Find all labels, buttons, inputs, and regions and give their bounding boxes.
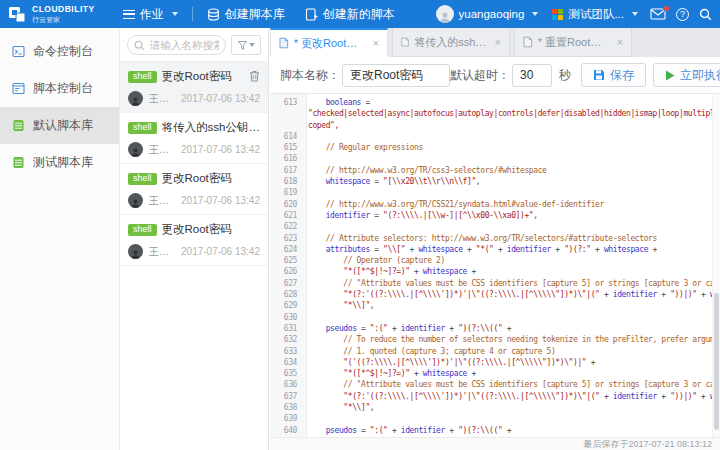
editor-statusbar: 最后保存于2017-07-21 08:13:12 [270,437,720,450]
file-icon [523,36,533,48]
scrollbar-thumb[interactable] [714,293,719,430]
code-line: 617 // http://www.w3.org/TR/css3-selecto… [270,165,712,176]
code-line: coped", [270,120,712,131]
create-script-library-button[interactable]: 创建脚本库 [197,0,295,28]
code-line: 613 booleans = [270,97,712,108]
script-card[interactable]: shell 更改Root密码 王小暖 2017-07-06 13:42 [120,164,268,215]
nav-menu-jobs[interactable]: 作业 [113,0,188,28]
sidebar-item-test-library[interactable]: 测试脚本库 [0,144,119,181]
close-icon[interactable]: × [617,37,623,48]
script-type-badge: shell [128,122,157,134]
chevron-down-icon [249,43,255,47]
script-card[interactable]: shell 更改Root密码 王小暖在... 2017-07-06 13:42 [120,215,268,266]
nav-menu-jobs-label: 作业 [140,6,164,23]
line-number: 632 [270,334,301,345]
menu-icon [123,10,135,19]
create-new-script-label: 创建新的脚本 [323,6,395,23]
script-title: 将传入的ssh公钥部署从指... [162,120,260,135]
team-menu[interactable]: 测试团队... [550,0,640,28]
sidebar-item-command-console[interactable]: 命令控制台 [0,33,119,70]
console-icon [12,82,25,95]
line-number: 619 [270,187,301,198]
script-name-input[interactable] [342,64,450,87]
line-number: 629 [270,300,301,311]
editor-rows: 613 booleans ="checked|selected|async|au… [270,97,712,436]
line-number: 620 [270,199,301,210]
line-number: 635 [270,368,301,379]
team-name-label: 测试团队... [568,7,624,22]
editor-tabstrip: * 更改Root密码 × 将传入的ssh公钥.. × * 重置Root密码 × [270,28,720,57]
line-number: 626 [270,266,301,277]
sidebar-item-default-library[interactable]: 默认脚本库 [0,107,119,144]
close-icon[interactable]: × [495,37,501,48]
sidebar-item-script-console[interactable]: 脚本控制台 [0,70,119,107]
script-author: 王小暖在... [149,245,175,259]
user-menu[interactable]: yuangaoqing [434,0,541,28]
tab-label: * 重置Root密码 [538,35,610,50]
database-icon [207,8,220,21]
tab-script-2[interactable]: 将传入的ssh公钥.. × [392,28,510,57]
script-type-badge: shell [128,224,157,236]
editor-scrollbar[interactable] [712,94,720,437]
close-icon[interactable]: × [373,38,379,49]
file-icon [279,37,289,49]
avatar [128,142,143,157]
line-number: 623 [270,233,301,244]
script-card[interactable]: shell 更改Root密码 王小暖 2017-07-06 13:42 [120,62,268,113]
tab-script-1[interactable]: * 更改Root密码 × [270,28,388,57]
line-number: 640 [270,425,301,436]
save-button[interactable]: 保存 [581,63,646,87]
code-line: 616 [270,153,712,164]
timeout-input[interactable] [512,64,552,87]
code-editor[interactable]: 613 booleans ="checked|selected|async|au… [270,94,720,437]
brand-logo[interactable]: CLOUDBILITY 行云管家 [8,5,95,24]
filter-button[interactable] [231,35,261,55]
run-now-button[interactable]: 立即执行 [653,63,720,87]
sidebar-item-label: 命令控制台 [33,43,93,60]
last-saved-label: 最后保存于2017-07-21 08:13:12 [583,439,712,449]
line-number: 614 [270,131,301,142]
code-line: 628 "*(?:'((?:\\\\.|[^\\\\'])*)'|\"((?:\… [270,289,712,300]
script-timestamp: 2017-07-06 13:42 [181,144,260,155]
line-number: 636 [270,379,301,390]
sidebar-item-label: 脚本控制台 [33,80,93,97]
line-number: 634 [270,357,301,368]
line-number [270,108,301,119]
search-icon [134,40,145,51]
left-sidebar: 命令控制台 脚本控制台 默认脚本库 测试脚本库 [0,28,120,450]
code-line: 629 "*\\]", [270,300,712,311]
delete-script-icon[interactable] [249,70,260,82]
create-new-script-button[interactable]: 创建新的脚本 [295,0,405,28]
script-author: 王小暖 [149,143,175,157]
line-number: 631 [270,323,301,334]
search-button[interactable] [699,8,712,21]
avatar [128,91,143,106]
script-card[interactable]: shell 将传入的ssh公钥部署从指... 王小暖 2017-07-06 13… [120,113,268,164]
code-line: 627 // "Attribute values must be CSS ide… [270,278,712,289]
search-box [127,35,226,55]
help-button[interactable]: ? [676,8,689,21]
line-number: 613 [270,97,301,108]
username-label: yuangaoqing [459,8,525,20]
script-type-badge: shell [128,71,157,83]
line-number: 625 [270,255,301,266]
tab-label: 将传入的ssh公钥.. [414,35,487,50]
code-line: 614 [270,131,712,142]
help-icon: ? [676,8,689,21]
sidebar-item-label: 默认脚本库 [33,117,93,134]
line-number: 627 [270,278,301,289]
team-grid-icon [552,9,563,20]
messages-button[interactable] [650,8,666,20]
chevron-down-icon [632,12,638,16]
main-panel: * 更改Root密码 × 将传入的ssh公钥.. × * 重置Root密码 × … [270,28,720,450]
line-number: 638 [270,402,301,413]
avatar [128,244,143,259]
tab-label: * 更改Root密码 [294,36,366,51]
user-avatar [436,5,454,23]
line-number: 622 [270,221,301,232]
script-title: 更改Root密码 [162,69,232,84]
script-name-label: 脚本名称： [280,67,340,84]
timeout-label: 默认超时： [450,67,510,84]
tab-script-3[interactable]: * 重置Root密码 × [514,28,632,57]
script-list-panel: shell 更改Root密码 王小暖 2017-07-06 13:42 shel… [120,28,269,450]
